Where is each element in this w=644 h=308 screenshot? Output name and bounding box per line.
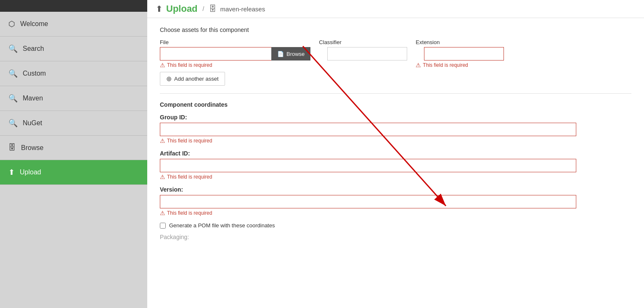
component-section-title: Component coordinates: [160, 101, 631, 108]
browse-button[interactable]: 📄 Browse: [271, 47, 310, 61]
sidebar-item-label: Upload: [20, 168, 41, 176]
search-icon: 🔍: [8, 44, 18, 53]
sidebar-item-welcome[interactable]: ⬡ Welcome: [0, 12, 147, 37]
artifact-id-error-text: This field is required: [167, 174, 212, 180]
pom-checkbox-row: Generate a POM file with these coordinat…: [160, 222, 631, 229]
packaging-label: Packaging:: [160, 234, 189, 240]
header-separator: /: [203, 5, 204, 12]
group-id-error-text: This field is required: [167, 138, 212, 144]
extension-label: Extension: [416, 39, 504, 45]
add-asset-icon: ⊕: [166, 75, 172, 83]
nuget-icon: 🔍: [8, 118, 18, 128]
sidebar-item-search[interactable]: 🔍 Search: [0, 37, 147, 61]
classifier-input[interactable]: [327, 47, 407, 61]
maven-icon: 🔍: [8, 94, 18, 103]
version-label: Version:: [160, 186, 631, 193]
sidebar-top-bar: [0, 0, 147, 12]
artifact-id-error-msg: ⚠ This field is required: [160, 174, 631, 180]
file-text-input[interactable]: [160, 47, 271, 61]
group-id-input[interactable]: [160, 123, 576, 136]
sidebar: ⬡ Welcome 🔍 Search 🔍 Custom 🔍 Maven 🔍 Nu…: [0, 0, 147, 308]
sidebar-item-label: Maven: [23, 95, 43, 102]
extension-error-msg: ⚠ This field is required: [416, 62, 504, 68]
group-id-error-msg: ⚠ This field is required: [160, 137, 631, 144]
classifier-field-group: Classifier: [319, 39, 407, 61]
sidebar-item-label: Browse: [21, 144, 43, 152]
extension-error-icon: ⚠: [416, 62, 421, 68]
file-field-group: File 📄 Browse ⚠ This field is required: [160, 39, 310, 68]
browse-file-icon: 📄: [277, 51, 284, 57]
sidebar-item-label: Custom: [23, 70, 46, 77]
sidebar-item-browse[interactable]: 🗄 Browse: [0, 136, 147, 160]
sidebar-item-upload[interactable]: ⬆ Upload: [0, 160, 147, 185]
header-upload-icon: ⬆: [156, 4, 163, 14]
group-id-field: Group ID: ⚠ This field is required: [160, 114, 631, 144]
version-error-text: This field is required: [167, 210, 212, 216]
sidebar-item-label: Welcome: [20, 20, 48, 28]
artifact-id-input[interactable]: [160, 159, 576, 172]
upload-icon: ⬆: [8, 168, 15, 177]
extension-error-text: This field is required: [423, 62, 468, 68]
header-title: Upload: [166, 3, 198, 14]
file-error-text: This field is required: [167, 62, 212, 68]
header-repo-name: maven-releases: [220, 5, 265, 13]
pom-checkbox[interactable]: [160, 223, 166, 229]
header-repo-icon: 🗄: [209, 5, 217, 13]
extension-input[interactable]: [424, 47, 504, 61]
welcome-icon: ⬡: [8, 19, 15, 29]
browse-btn-label: Browse: [286, 51, 305, 57]
version-input[interactable]: [160, 195, 576, 208]
sidebar-item-nuget[interactable]: 🔍 NuGet: [0, 111, 147, 136]
sidebar-item-label: Search: [23, 45, 44, 53]
file-input-group: 📄 Browse: [160, 47, 310, 61]
file-label: File: [160, 39, 310, 45]
sidebar-item-label: NuGet: [23, 119, 42, 127]
version-field: Version: ⚠ This field is required: [160, 186, 631, 216]
page-header: ⬆ Upload / 🗄 maven-releases: [147, 0, 644, 18]
group-id-label: Group ID:: [160, 114, 631, 121]
classifier-label: Classifier: [319, 39, 407, 45]
form-content: Choose assets for this component File 📄 …: [147, 18, 644, 249]
add-asset-label: Add another asset: [174, 76, 219, 82]
main-content: ⬆ Upload / 🗄 maven-releases Choose asset…: [147, 0, 644, 308]
extension-field-group: Extension ⚠ This field is required: [416, 39, 504, 68]
version-error-icon: ⚠: [160, 210, 165, 216]
add-another-asset-button[interactable]: ⊕ Add another asset: [160, 72, 225, 86]
file-error-msg: ⚠ This field is required: [160, 62, 310, 68]
sidebar-item-custom[interactable]: 🔍 Custom: [0, 61, 147, 86]
artifact-id-error-icon: ⚠: [160, 174, 165, 180]
assets-section-title: Choose assets for this component: [160, 26, 631, 33]
pom-checkbox-label: Generate a POM file with these coordinat…: [169, 222, 275, 229]
group-id-error-icon: ⚠: [160, 137, 165, 144]
browse-icon: 🗄: [8, 143, 16, 152]
artifact-id-field: Artifact ID: ⚠ This field is required: [160, 150, 631, 180]
version-error-msg: ⚠ This field is required: [160, 210, 631, 216]
packaging-row: Packaging:: [160, 234, 631, 240]
section-divider: [160, 93, 631, 94]
artifact-id-label: Artifact ID:: [160, 150, 631, 157]
custom-icon: 🔍: [8, 69, 18, 78]
file-error-icon: ⚠: [160, 62, 165, 68]
sidebar-item-maven[interactable]: 🔍 Maven: [0, 86, 147, 111]
